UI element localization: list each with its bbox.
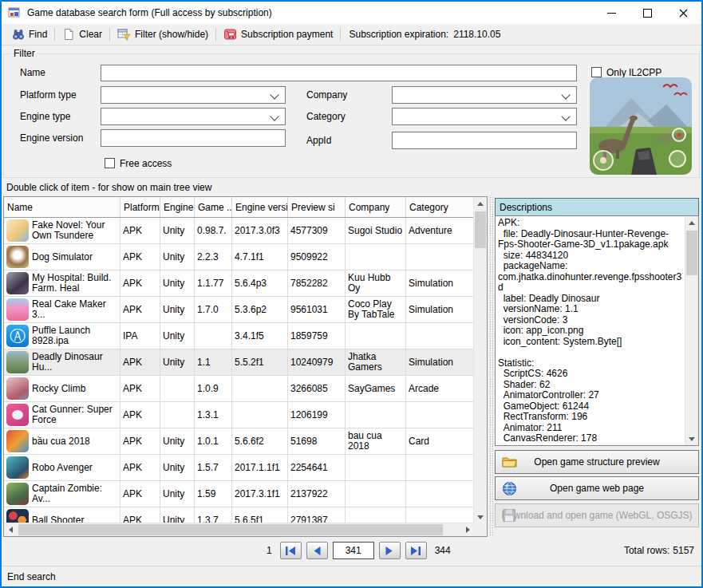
column-header-platform[interactable]: Platform [120, 197, 160, 217]
filter-group-label: Filter [10, 48, 38, 59]
cell-game-version: 1.0.9 [195, 376, 232, 401]
name-input[interactable] [101, 65, 577, 81]
download-and-open-game-button: Download and open game (WebGL, OSGJS) [495, 503, 699, 527]
column-header-category[interactable]: Category [406, 197, 474, 217]
column-header-game-version[interactable]: Game ... [195, 197, 232, 217]
vertical-scroll-thumb[interactable] [475, 211, 486, 248]
table-row[interactable]: Robo Avenger APK Unity 1.5.7 2017.1.1f1 … [4, 455, 474, 481]
engine-type-select[interactable] [101, 108, 286, 125]
cell-category [406, 507, 474, 523]
table-row[interactable]: Ball Shooter APK Unity 1.3.7 5.6.5f1 279… [4, 507, 474, 523]
table-row[interactable]: Rocky Climb APK 1.0.9 3266085 SayGames A… [4, 376, 474, 402]
cell-company [346, 244, 406, 270]
open-game-web-page-button[interactable]: Open game web page [495, 476, 699, 500]
cell-company: Kuu Hubb Oy [346, 270, 406, 296]
scroll-down-button[interactable] [685, 432, 698, 445]
column-header-preview-size[interactable]: Preview si [288, 197, 346, 217]
engine-version-input[interactable] [101, 129, 286, 147]
only-il2cpp-checkbox[interactable] [591, 67, 602, 77]
save-disk-icon [502, 508, 516, 523]
close-button[interactable] [665, 2, 701, 24]
descriptions-scroll-thumb[interactable] [686, 231, 697, 275]
cell-engine-version: 5.6.4p3 [232, 270, 288, 296]
toolbar-separator [340, 28, 341, 41]
cell-category: Simulation [406, 297, 474, 322]
game-icon-climbing-hand [6, 377, 29, 400]
table-row[interactable]: Puffle Launch 8928.ipa IPA Unity 3.4.1f5… [4, 323, 474, 349]
maximize-button[interactable] [630, 2, 665, 24]
subscription-expiration: Subscription expiration: 2118.10.05 [342, 29, 507, 40]
find-button[interactable]: Find [6, 26, 53, 43]
last-page-button[interactable] [405, 542, 427, 559]
horizontal-scrollbar[interactable] [4, 523, 474, 536]
column-header-engine-version[interactable]: Engine version [232, 197, 288, 217]
only-il2cpp-label: Only IL2CPP [606, 67, 662, 78]
table-row[interactable]: Real Cake Maker 3... APK Unity 1.7.0 5.3… [4, 297, 474, 323]
table-row[interactable]: Dog Simulator APK Unity 2.2.3 4.7.1f1 95… [4, 244, 474, 270]
game-icon-robot [6, 456, 29, 479]
cell-engine-version: 5.6.6f2 [232, 428, 288, 454]
cell-engine-version [232, 402, 288, 428]
descriptions-panel: Descriptions APK: file: Deadly-Dinosaur-… [495, 196, 699, 537]
scroll-down-button[interactable] [474, 511, 487, 523]
descriptions-scrollbar[interactable] [685, 216, 698, 445]
table-row[interactable]: Fake Novel: Your Own Tsundere APK Unity … [4, 218, 474, 244]
column-header-engine[interactable]: Engine [160, 197, 195, 217]
toolbar-separator [109, 28, 110, 41]
subscription-expiration-value: 2118.10.05 [453, 29, 500, 40]
table-row[interactable]: My Hospital: Build. Farm. Heal APK Unity… [4, 270, 474, 297]
cell-company: bau cua 2018 [346, 428, 406, 454]
filter-toggle-button[interactable]: Filter (show/hide) [112, 26, 214, 43]
cell-platform: APK [120, 270, 160, 296]
open-game-structure-button[interactable]: Open game structure preview [495, 450, 699, 474]
descriptions-textbox[interactable]: APK: file: Deadly-Dinosaur-Hunter-Reveng… [495, 215, 699, 446]
cell-preview-size: 3266085 [288, 376, 346, 401]
free-access-checkbox[interactable] [105, 158, 115, 168]
previous-page-button[interactable] [306, 542, 328, 559]
descriptions-text: APK: file: Deadly-Dinosaur-Hunter-Reveng… [498, 218, 683, 444]
platform-type-select[interactable] [101, 86, 286, 104]
last-page-icon [410, 547, 421, 555]
clear-button[interactable]: Clear [57, 26, 108, 43]
table-row[interactable]: Cat Gunner: Super Force APK 1.3.1 120619… [4, 402, 474, 428]
cell-preview-size: 1859759 [288, 323, 346, 349]
game-name: Fake Novel: Your Own Tsundere [32, 220, 117, 241]
table-row[interactable]: Deadly Dinosaur Hu... APK Unity 1.1 5.5.… [4, 349, 474, 376]
cell-engine: Unity [160, 455, 195, 480]
minimize-button[interactable] [594, 2, 630, 24]
cell-name: Ball Shooter [4, 507, 120, 523]
vertical-scrollbar[interactable] [473, 197, 487, 523]
column-header-company[interactable]: Company [346, 197, 406, 217]
maximize-icon [643, 9, 652, 18]
game-name: Robo Avenger [32, 463, 117, 473]
category-select[interactable] [392, 108, 577, 125]
cell-platform: APK [120, 244, 160, 270]
column-header-name[interactable]: Name [4, 197, 120, 217]
game-icon-cake [6, 298, 29, 321]
cell-category [406, 402, 474, 428]
appid-input[interactable] [392, 132, 577, 149]
first-page-button[interactable] [280, 542, 302, 559]
scroll-up-button[interactable] [474, 197, 487, 210]
cell-preview-size: 4577309 [288, 218, 346, 243]
blank-page-icon [62, 28, 75, 41]
cell-category: Arcade [406, 376, 474, 401]
next-page-button[interactable] [379, 542, 401, 559]
panel-splitter[interactable] [489, 196, 495, 537]
game-name: bầu cua 2018 [32, 436, 117, 447]
horizontal-scroll-thumb[interactable] [18, 524, 443, 535]
scroll-right-button[interactable] [461, 523, 474, 536]
scroll-up-button[interactable] [685, 216, 698, 229]
platform-type-label: Platform type [20, 89, 77, 101]
table-row[interactable]: Captain Zombie: Av... APK Unity 1.59 201… [4, 481, 474, 507]
title-bar[interactable]: Game database search form (Full access b… [2, 2, 701, 24]
table-row[interactable]: bầu cua 2018 APK Unity 1.0.1 5.6.6f2 516… [4, 428, 474, 455]
current-page-input[interactable] [333, 542, 374, 559]
scroll-left-button[interactable] [4, 523, 17, 536]
engine-version-label: Engine version [20, 132, 83, 144]
cell-game-version: 1.5.7 [195, 455, 232, 480]
cell-platform: APK [120, 349, 160, 375]
subscription-payment-button[interactable]: Subscription payment [218, 26, 338, 43]
cell-game-version: 0.98.7. [195, 218, 232, 243]
company-select[interactable] [392, 86, 577, 104]
